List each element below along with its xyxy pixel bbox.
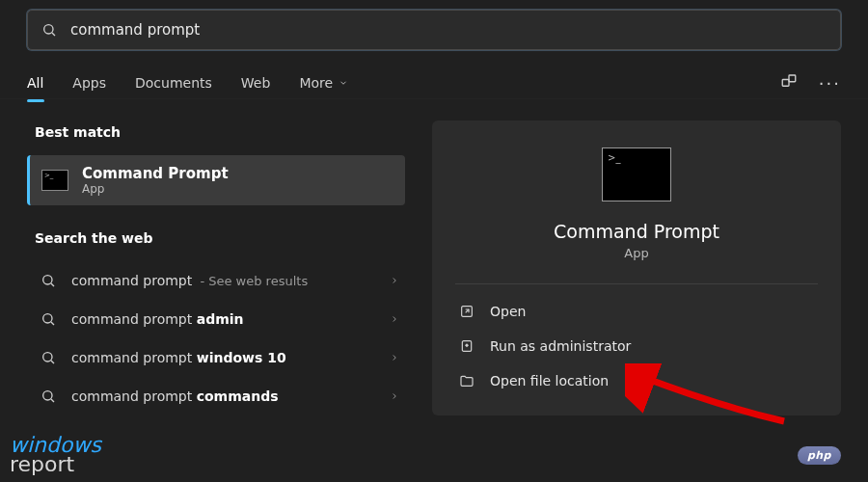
svg-line-5	[51, 283, 54, 286]
watermark: windowsreport	[10, 436, 101, 474]
result-subtitle: App	[82, 182, 229, 196]
active-tab-indicator	[27, 99, 44, 102]
preview-panel: Command Prompt App Open Run as administr…	[432, 120, 841, 415]
web-result-text: command prompt commands	[71, 388, 390, 404]
svg-line-9	[51, 361, 54, 363]
web-result[interactable]: command prompt - See web results	[27, 261, 405, 300]
svg-point-8	[43, 353, 52, 362]
shield-icon	[459, 338, 475, 354]
command-prompt-icon	[41, 170, 68, 191]
chevron-right-icon	[390, 391, 399, 401]
tab-web[interactable]: Web	[241, 67, 271, 98]
web-result-text: command prompt - See web results	[71, 273, 390, 288]
tab-label: More	[299, 75, 333, 91]
tab-documents[interactable]: Documents	[135, 67, 212, 98]
tab-label: Documents	[135, 75, 212, 91]
svg-point-0	[44, 25, 53, 34]
chevron-right-icon	[390, 276, 399, 285]
tab-apps[interactable]: Apps	[72, 67, 106, 98]
tab-label: All	[27, 75, 43, 91]
action-run-as-administrator[interactable]: Run as administrator	[455, 329, 818, 363]
tab-label: Web	[241, 75, 271, 91]
command-prompt-icon	[602, 147, 671, 201]
preview-title: Command Prompt	[554, 221, 719, 242]
apps-link-icon[interactable]	[780, 72, 798, 94]
preview-subtitle: App	[624, 246, 648, 260]
action-open[interactable]: Open	[455, 294, 818, 329]
divider	[455, 283, 818, 284]
svg-point-6	[43, 314, 52, 323]
search-icon	[41, 350, 56, 365]
svg-rect-3	[789, 75, 796, 82]
search-icon	[41, 22, 57, 38]
tab-all[interactable]: All	[27, 67, 43, 98]
php-badge: php	[798, 446, 841, 465]
best-match-heading: Best match	[35, 124, 405, 140]
search-web-heading: Search the web	[35, 230, 405, 246]
chevron-right-icon	[390, 314, 399, 324]
search-bar[interactable]	[27, 10, 841, 50]
action-open-file-location[interactable]: Open file location	[455, 363, 818, 398]
action-label: Run as administrator	[490, 338, 631, 354]
web-result-text: command prompt admin	[71, 311, 390, 327]
open-icon	[459, 304, 475, 319]
svg-line-11	[51, 399, 54, 402]
action-label: Open file location	[490, 373, 609, 388]
search-icon	[41, 311, 56, 327]
search-input[interactable]	[70, 21, 827, 39]
chevron-right-icon	[390, 353, 399, 362]
results-panel: Best match Command Prompt App Search the…	[27, 120, 405, 415]
more-options-button[interactable]: ···	[819, 73, 841, 94]
tab-label: Apps	[72, 75, 106, 91]
filter-tabs: All Apps Documents Web More ···	[0, 67, 868, 99]
tab-more[interactable]: More	[299, 67, 348, 98]
svg-line-7	[51, 322, 54, 325]
svg-point-4	[43, 276, 52, 284]
best-match-result[interactable]: Command Prompt App	[27, 155, 405, 205]
action-label: Open	[490, 304, 526, 319]
svg-line-1	[52, 33, 55, 36]
search-icon	[41, 388, 56, 404]
web-result-text: command prompt windows 10	[71, 350, 390, 365]
web-result[interactable]: command prompt admin	[27, 300, 405, 338]
web-result[interactable]: command prompt windows 10	[27, 338, 405, 377]
search-icon	[41, 273, 56, 288]
result-title: Command Prompt	[82, 165, 229, 182]
svg-rect-2	[782, 80, 789, 87]
svg-point-10	[43, 391, 52, 400]
web-result[interactable]: command prompt commands	[27, 377, 405, 415]
folder-icon	[459, 373, 475, 388]
chevron-down-icon	[339, 78, 348, 88]
